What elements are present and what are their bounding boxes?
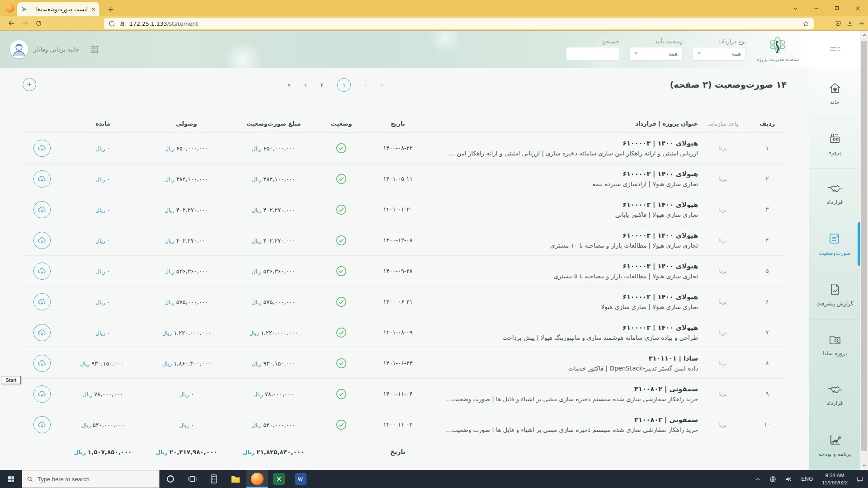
- row-contract-subtitle: تجاری سازی هیولا | آزادسازی سپرده بیمه: [444, 180, 698, 188]
- tab-list-chevron-icon[interactable]: [785, 0, 806, 16]
- task-view-button[interactable]: [181, 470, 203, 488]
- download-statement-button[interactable]: [33, 170, 51, 188]
- search-input[interactable]: [566, 47, 619, 61]
- download-statement-button[interactable]: [33, 385, 51, 403]
- row-number: ۱: [748, 145, 787, 151]
- excel-icon: [273, 473, 285, 485]
- taskbar-clock[interactable]: 9:34 AM 11/29/2022: [817, 472, 852, 486]
- download-statement-button[interactable]: [33, 324, 51, 341]
- approval-status-select[interactable]: همه: [629, 47, 683, 61]
- row-project-title: هیولای ۱۴۰۰ | ۶۱۰۰۰۰۳: [444, 201, 698, 208]
- table-row[interactable]: ۴ برنا هیولای ۱۴۰۰ | ۶۱۰۰۰۰۳ تجاری سازی …: [23, 225, 787, 256]
- firefox-taskbar-button[interactable]: [246, 470, 268, 488]
- insecure-lock-icon[interactable]: [119, 20, 126, 27]
- calculator-button[interactable]: [203, 470, 225, 488]
- screen: لیست صورت‌وضعیت‌ها +: [0, 0, 868, 488]
- sidebar-item-statement[interactable]: صورت‌وضعیت: [809, 219, 860, 269]
- table-row[interactable]: ۳ برنا هیولای ۱۴۰۰ | ۶۱۰۰۰۰۳ تجاری سازی …: [23, 194, 787, 225]
- sidebar-item-contract[interactable]: قرارداد: [809, 169, 860, 219]
- table-row[interactable]: ۸ برنا سادا | ۳۱۰۱۱۰۱ داده ایمن گستر تدب…: [23, 348, 787, 379]
- row-balance: ۰ریال: [61, 267, 145, 275]
- row-org-unit: برنا: [698, 422, 748, 428]
- sidebar-item-label: قرارداد: [827, 199, 843, 205]
- approval-status-label: وضعیت تأیید:: [629, 38, 683, 45]
- folder-search-icon: [827, 333, 843, 346]
- cortana-button[interactable]: [160, 470, 181, 488]
- scrollbar-up-arrow[interactable]: [860, 32, 868, 39]
- url-text[interactable]: 172.25.1.133/statement: [129, 20, 799, 27]
- contract-type-filter: نوع قرارداد: همه: [693, 38, 746, 61]
- forward-button[interactable]: [18, 18, 32, 29]
- new-tab-button[interactable]: +: [105, 4, 117, 15]
- tab-close-icon[interactable]: [91, 7, 96, 12]
- clock-time: 9:34 AM: [826, 472, 844, 479]
- sidebar-item-progress-report[interactable]: گزارش پیشرفت: [809, 269, 860, 319]
- pocket-icon[interactable]: [835, 20, 842, 27]
- download-statement-button[interactable]: [33, 355, 51, 372]
- totals-date-label: تاریخ: [364, 448, 432, 455]
- bookmark-star-icon[interactable]: [802, 20, 809, 27]
- volume-icon[interactable]: [781, 470, 797, 488]
- table-row[interactable]: ۱ برنا هیولای ۱۴۰۰ | ۶۱۰۰۰۰۳ ارزیابی امن…: [23, 133, 787, 164]
- pagination-item-1[interactable]: ‹: [304, 81, 307, 89]
- file-explorer-button[interactable]: [225, 470, 246, 488]
- downloads-icon[interactable]: [846, 20, 854, 27]
- approved-check-icon: [336, 204, 347, 215]
- table-row[interactable]: ۶ برنا هیولای ۱۴۰۰ | ۶۱۰۰۰۰۳ تجاری سازی …: [23, 286, 787, 317]
- contract-type-select[interactable]: همه: [693, 47, 746, 61]
- window-close-button[interactable]: [847, 0, 868, 16]
- sidebar-item-contract-2[interactable]: قرارداد: [809, 370, 860, 420]
- shield-icon[interactable]: [108, 20, 115, 27]
- word-button[interactable]: [290, 470, 311, 488]
- download-statement-button[interactable]: [33, 140, 51, 157]
- row-date: ۱۴۰۰-۱۱-۰۴: [364, 390, 432, 397]
- row-number: ۹: [748, 390, 787, 397]
- page-scrollbar[interactable]: [860, 31, 868, 470]
- sidebar-item-home[interactable]: خانه: [809, 68, 860, 118]
- download-statement-button[interactable]: [33, 293, 51, 310]
- table-row[interactable]: ۱۰ برنا سمفونی | ۳۱۰۰۸۰۲ خرید راهکار سفا…: [23, 409, 787, 440]
- start-button[interactable]: [0, 470, 22, 488]
- scrollbar-down-arrow[interactable]: [860, 462, 868, 469]
- taskbar-search[interactable]: Type here to search: [22, 470, 160, 488]
- sidebar-menu-icon[interactable]: [829, 45, 841, 54]
- table-row[interactable]: ۲ برنا هیولای ۱۴۰۰ | ۶۱۰۰۰۰۳ تجاری سازی …: [23, 164, 787, 194]
- sidebar-item-label: پروژه: [829, 149, 841, 155]
- action-center-icon[interactable]: [852, 470, 868, 488]
- sidebar-item-project[interactable]: پروژه: [809, 118, 860, 168]
- download-statement-button[interactable]: [33, 263, 51, 280]
- approval-status-filter: وضعیت تأیید: همه: [629, 38, 683, 61]
- pagination-item-0[interactable]: «: [287, 81, 291, 89]
- user-chip[interactable]: حانیه یزدانی وفادار: [10, 40, 80, 58]
- scrollbar-thumb[interactable]: [861, 41, 867, 451]
- tab-title: لیست صورت‌وضعیت‌ها: [31, 6, 88, 13]
- taskbar-search-placeholder: Type here to search: [38, 476, 90, 483]
- back-button[interactable]: [5, 18, 18, 29]
- download-statement-button[interactable]: [33, 201, 51, 218]
- sidebar-item-sada-project[interactable]: پروژه سادا: [809, 319, 860, 369]
- url-bar[interactable]: 172.25.1.133/statement: [104, 18, 814, 29]
- tray-show-hidden-icons[interactable]: [751, 470, 765, 488]
- reload-button[interactable]: [32, 18, 45, 29]
- pagination-item-3[interactable]: ۱: [337, 78, 351, 92]
- excel-button[interactable]: [268, 470, 290, 488]
- download-statement-button[interactable]: [33, 416, 51, 433]
- window-minimize-button[interactable]: [806, 0, 826, 16]
- chevron-down-icon: [634, 52, 638, 55]
- browser-tab[interactable]: لیست صورت‌وضعیت‌ها: [17, 2, 99, 16]
- add-statement-button[interactable]: +: [23, 78, 36, 91]
- sidebar-item-plan-budget[interactable]: برنامه و بودجه: [809, 420, 860, 470]
- table-row[interactable]: ۷ برنا هیولای ۱۴۰۰ | ۶۱۰۰۰۰۳ طراحی و پیا…: [23, 317, 787, 348]
- app-menu-icon[interactable]: [858, 20, 865, 27]
- network-globe-icon[interactable]: [765, 470, 781, 488]
- download-statement-button[interactable]: [33, 232, 51, 249]
- table-row[interactable]: ۹ برنا سمفونی | ۳۱۰۰۸۰۲ خرید راهکار سفار…: [23, 379, 787, 409]
- language-indicator[interactable]: ENG: [797, 476, 817, 482]
- window-maximize-button[interactable]: [826, 0, 847, 16]
- table-header-row: ردیف واحد سازمانی عنوان پروژه | قرارداد …: [23, 115, 787, 133]
- pagination-item-2[interactable]: ۲: [321, 81, 324, 89]
- table-row[interactable]: ۵ برنا هیولای ۱۴۰۰ | ۶۱۰۰۰۰۳ تجاری سازی …: [23, 256, 787, 286]
- apps-grid-icon[interactable]: [90, 45, 99, 54]
- row-contract-subtitle: تجاری سازی هیولا | فاکتور پایانی: [444, 211, 698, 218]
- browser-titlebar: لیست صورت‌وضعیت‌ها +: [0, 0, 868, 16]
